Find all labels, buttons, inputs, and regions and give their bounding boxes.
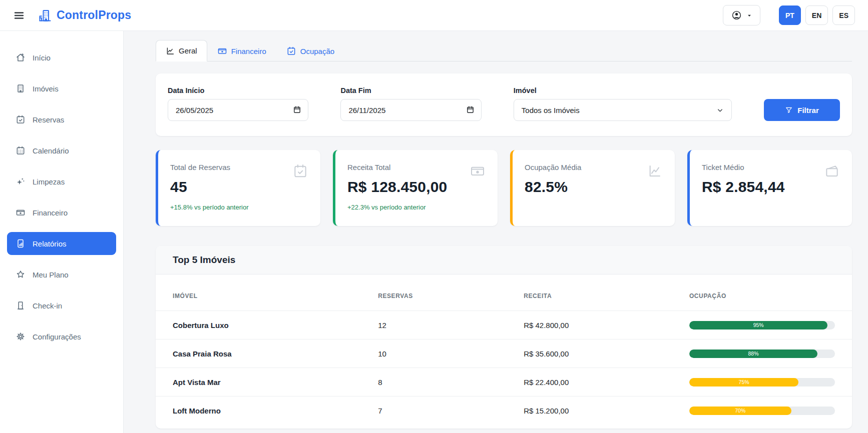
cell-reservas: 7: [378, 406, 524, 415]
tab-geral[interactable]: Geral: [156, 40, 207, 62]
date-start-label: Data Início: [168, 86, 308, 94]
table-row-loft-moderno: Loft Moderno 7 R$ 15.200,00 70%: [156, 396, 852, 424]
stat-icon: [292, 163, 308, 179]
sidebar-item-label: Check-in: [33, 302, 62, 310]
tab-label: Geral: [179, 46, 197, 55]
funnel-icon: [785, 106, 793, 114]
sidebar-item-financeiro[interactable]: Financeiro: [7, 201, 116, 224]
stat-card-ticket-medio: Ticket Médio R$ 2.854,44: [687, 150, 852, 226]
stat-card-total-reservas: Total de Reservas 45 +15.8% vs período a…: [156, 150, 320, 226]
language-button-label: ES: [839, 12, 848, 20]
sidebar-item-relatorios[interactable]: Relatórios: [7, 232, 116, 255]
language-button-label: PT: [785, 12, 794, 20]
stat-icon: [470, 163, 486, 179]
stat-change: +15.8% vs período anterior: [170, 204, 308, 211]
property-field-group: Imóvel Todos os Imóveis: [514, 86, 732, 121]
chevron-down-icon: [716, 106, 724, 114]
hamburger-icon: [13, 10, 25, 22]
filter-button[interactable]: Filtrar: [764, 99, 840, 121]
stat-value: R$ 2.854,44: [702, 178, 840, 196]
table-title-band: Top 5 Imóveis: [156, 246, 852, 274]
stat-change: [702, 204, 840, 211]
topbar-actions: PT EN ES: [723, 5, 855, 26]
table-title: Top 5 Imóveis: [173, 254, 835, 266]
stat-label: Ocupação Média: [525, 163, 663, 172]
sidebar-item-check-in[interactable]: Check-in: [7, 294, 116, 317]
cell-property-name: Loft Moderno: [173, 406, 378, 415]
sidebar-item-icon: [16, 52, 26, 62]
occupancy-progress-label: 75%: [739, 378, 749, 386]
cell-receita: R$ 42.800,00: [524, 321, 689, 330]
cell-property-name: Apt Vista Mar: [173, 378, 378, 386]
tab-ocupacao[interactable]: Ocupação: [276, 40, 344, 62]
sidebar-item-calendario[interactable]: Calendário: [7, 139, 116, 162]
sidebar-item-limpezas[interactable]: Limpezas: [7, 170, 116, 193]
stat-value: R$ 128.450,00: [347, 178, 486, 196]
occupancy-progress-label: 95%: [753, 321, 764, 330]
sidebar-item-meu-plano[interactable]: Meu Plano: [7, 263, 116, 286]
language-button-pt[interactable]: PT: [779, 6, 801, 25]
sidebar-item-configuracoes[interactable]: Configurações: [7, 325, 116, 348]
sidebar-item-inicio[interactable]: Início: [7, 46, 116, 69]
property-select[interactable]: Todos os Imóveis: [514, 99, 732, 121]
language-button-label: EN: [812, 12, 821, 20]
sidebar-item-label: Calendário: [33, 146, 69, 155]
sidebar-item-icon: [16, 238, 26, 248]
sidebar-item-icon: [16, 270, 26, 280]
report-tabs: Geral Financeiro Ocupação: [156, 40, 852, 62]
stat-change: +22.3% vs período anterior: [347, 204, 486, 211]
main-content: Geral Financeiro Ocupação D: [124, 31, 868, 433]
sidebar: Início Imóveis Reservas Calendário: [0, 31, 124, 433]
sidebar-item-label: Configurações: [33, 332, 81, 341]
stat-card-receita-total: Receita Total R$ 128.450,00 +22.3% vs pe…: [333, 150, 498, 226]
sidebar-item-label: Limpezas: [33, 178, 65, 186]
occupancy-progress-bar: 75%: [689, 378, 835, 386]
tab-financeiro[interactable]: Financeiro: [207, 40, 276, 62]
sidebar-item-icon: [16, 176, 26, 186]
tab-label: Financeiro: [231, 47, 266, 56]
building-chart-logo-icon: [38, 8, 52, 22]
tab-icon: [286, 46, 296, 56]
table-column-header: RECEITA: [524, 292, 689, 300]
brand-logo[interactable]: ControlProps: [38, 8, 131, 22]
stat-label: Ticket Médio: [702, 163, 840, 172]
property-select-value: Todos os Imóveis: [522, 106, 580, 114]
language-button-en[interactable]: EN: [805, 6, 828, 25]
language-button-es[interactable]: ES: [832, 6, 855, 25]
table-header-row: IMÓVEL RESERVAS RECEITA OCUPAÇÃO: [156, 274, 852, 310]
sidebar-item-icon: [16, 208, 26, 218]
occupancy-progress-bar: 95%: [689, 321, 835, 330]
stats-grid: Total de Reservas 45 +15.8% vs período a…: [156, 150, 852, 226]
stat-value: 82.5%: [525, 178, 663, 196]
sidebar-item-label: Meu Plano: [33, 270, 69, 279]
hamburger-menu-button[interactable]: [13, 10, 25, 22]
sidebar-item-icon: [16, 84, 26, 94]
date-end-input[interactable]: [340, 99, 481, 121]
date-end-label: Data Fim: [340, 86, 481, 94]
sidebar-item-icon: [16, 332, 26, 342]
occupancy-progress-bar: 70%: [689, 406, 835, 415]
occupancy-progress-label: 70%: [735, 406, 745, 415]
table-row-casa-praia-rosa: Casa Praia Rosa 10 R$ 35.600,00 88%: [156, 339, 852, 368]
occupancy-progress-label: 88%: [748, 350, 758, 358]
date-start-input[interactable]: [168, 99, 308, 121]
occupancy-progress-bar: 88%: [689, 350, 835, 358]
filter-button-wrap: Filtrar: [764, 86, 840, 121]
cell-property-name: Casa Praia Rosa: [173, 350, 378, 358]
sidebar-item-label: Imóveis: [33, 84, 59, 93]
top-properties-card: Top 5 Imóveis IMÓVEL RESERVAS RECEITA OC…: [156, 246, 852, 428]
cell-reservas: 10: [378, 350, 524, 358]
sidebar-item-icon: [16, 114, 26, 124]
stat-value: 45: [170, 178, 308, 196]
sidebar-item-reservas[interactable]: Reservas: [7, 108, 116, 131]
stat-label: Total de Reservas: [170, 163, 308, 172]
sidebar-item-imoveis[interactable]: Imóveis: [7, 77, 116, 100]
sidebar-item-label: Relatórios: [33, 240, 67, 248]
cell-receita: R$ 35.600,00: [524, 350, 689, 358]
sidebar-item-icon: [16, 300, 26, 310]
filter-card: Data Início Data Fim: [156, 74, 852, 136]
sidebar-item-label: Início: [33, 54, 51, 62]
user-menu-button[interactable]: [723, 5, 760, 26]
stat-card-ocupacao-media: Ocupação Média 82.5%: [510, 150, 675, 226]
person-circle-icon: [731, 10, 742, 20]
